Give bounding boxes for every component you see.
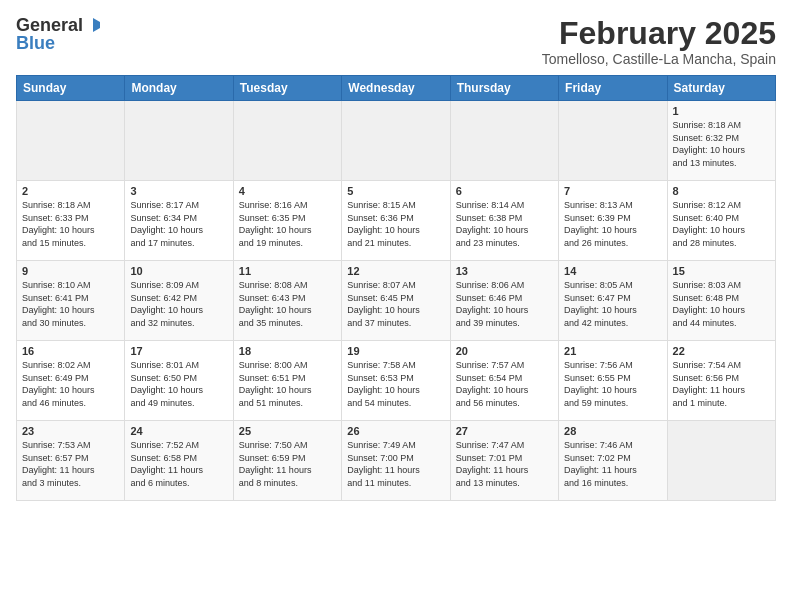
day-number: 7	[564, 185, 661, 197]
calendar-cell: 12Sunrise: 8:07 AM Sunset: 6:45 PM Dayli…	[342, 261, 450, 341]
day-number: 10	[130, 265, 227, 277]
calendar-cell: 19Sunrise: 7:58 AM Sunset: 6:53 PM Dayli…	[342, 341, 450, 421]
calendar-cell: 16Sunrise: 8:02 AM Sunset: 6:49 PM Dayli…	[17, 341, 125, 421]
calendar-cell: 9Sunrise: 8:10 AM Sunset: 6:41 PM Daylig…	[17, 261, 125, 341]
day-info: Sunrise: 8:18 AM Sunset: 6:32 PM Dayligh…	[673, 119, 770, 169]
day-number: 4	[239, 185, 336, 197]
calendar-table: SundayMondayTuesdayWednesdayThursdayFrid…	[16, 75, 776, 501]
day-number: 17	[130, 345, 227, 357]
day-number: 26	[347, 425, 444, 437]
calendar-cell: 10Sunrise: 8:09 AM Sunset: 6:42 PM Dayli…	[125, 261, 233, 341]
weekday-header: Sunday	[17, 76, 125, 101]
calendar-cell: 20Sunrise: 7:57 AM Sunset: 6:54 PM Dayli…	[450, 341, 558, 421]
calendar-cell	[667, 421, 775, 501]
calendar-cell: 25Sunrise: 7:50 AM Sunset: 6:59 PM Dayli…	[233, 421, 341, 501]
day-number: 8	[673, 185, 770, 197]
weekday-header: Tuesday	[233, 76, 341, 101]
day-info: Sunrise: 8:10 AM Sunset: 6:41 PM Dayligh…	[22, 279, 119, 329]
weekday-header: Monday	[125, 76, 233, 101]
logo-flag-icon	[85, 17, 101, 33]
day-number: 9	[22, 265, 119, 277]
calendar-cell: 13Sunrise: 8:06 AM Sunset: 6:46 PM Dayli…	[450, 261, 558, 341]
day-number: 15	[673, 265, 770, 277]
day-number: 28	[564, 425, 661, 437]
day-number: 12	[347, 265, 444, 277]
day-info: Sunrise: 8:01 AM Sunset: 6:50 PM Dayligh…	[130, 359, 227, 409]
calendar-cell: 15Sunrise: 8:03 AM Sunset: 6:48 PM Dayli…	[667, 261, 775, 341]
day-number: 21	[564, 345, 661, 357]
day-info: Sunrise: 8:14 AM Sunset: 6:38 PM Dayligh…	[456, 199, 553, 249]
calendar-cell	[17, 101, 125, 181]
day-info: Sunrise: 7:54 AM Sunset: 6:56 PM Dayligh…	[673, 359, 770, 409]
calendar-cell: 23Sunrise: 7:53 AM Sunset: 6:57 PM Dayli…	[17, 421, 125, 501]
day-info: Sunrise: 7:56 AM Sunset: 6:55 PM Dayligh…	[564, 359, 661, 409]
day-number: 11	[239, 265, 336, 277]
day-number: 22	[673, 345, 770, 357]
day-number: 5	[347, 185, 444, 197]
calendar-cell: 3Sunrise: 8:17 AM Sunset: 6:34 PM Daylig…	[125, 181, 233, 261]
calendar-week-row: 23Sunrise: 7:53 AM Sunset: 6:57 PM Dayli…	[17, 421, 776, 501]
day-info: Sunrise: 8:02 AM Sunset: 6:49 PM Dayligh…	[22, 359, 119, 409]
day-number: 13	[456, 265, 553, 277]
calendar-cell	[233, 101, 341, 181]
calendar-cell	[342, 101, 450, 181]
day-info: Sunrise: 8:12 AM Sunset: 6:40 PM Dayligh…	[673, 199, 770, 249]
day-info: Sunrise: 8:09 AM Sunset: 6:42 PM Dayligh…	[130, 279, 227, 329]
day-number: 23	[22, 425, 119, 437]
calendar-cell	[450, 101, 558, 181]
calendar-cell: 11Sunrise: 8:08 AM Sunset: 6:43 PM Dayli…	[233, 261, 341, 341]
weekday-header: Wednesday	[342, 76, 450, 101]
day-info: Sunrise: 8:07 AM Sunset: 6:45 PM Dayligh…	[347, 279, 444, 329]
day-info: Sunrise: 7:53 AM Sunset: 6:57 PM Dayligh…	[22, 439, 119, 489]
calendar-cell: 27Sunrise: 7:47 AM Sunset: 7:01 PM Dayli…	[450, 421, 558, 501]
day-number: 16	[22, 345, 119, 357]
day-info: Sunrise: 8:00 AM Sunset: 6:51 PM Dayligh…	[239, 359, 336, 409]
day-info: Sunrise: 8:16 AM Sunset: 6:35 PM Dayligh…	[239, 199, 336, 249]
day-info: Sunrise: 7:47 AM Sunset: 7:01 PM Dayligh…	[456, 439, 553, 489]
day-number: 2	[22, 185, 119, 197]
calendar-week-row: 2Sunrise: 8:18 AM Sunset: 6:33 PM Daylig…	[17, 181, 776, 261]
day-info: Sunrise: 7:57 AM Sunset: 6:54 PM Dayligh…	[456, 359, 553, 409]
day-info: Sunrise: 8:13 AM Sunset: 6:39 PM Dayligh…	[564, 199, 661, 249]
calendar-week-row: 1Sunrise: 8:18 AM Sunset: 6:32 PM Daylig…	[17, 101, 776, 181]
calendar-cell: 7Sunrise: 8:13 AM Sunset: 6:39 PM Daylig…	[559, 181, 667, 261]
calendar-cell: 26Sunrise: 7:49 AM Sunset: 7:00 PM Dayli…	[342, 421, 450, 501]
day-info: Sunrise: 8:18 AM Sunset: 6:33 PM Dayligh…	[22, 199, 119, 249]
weekday-header: Thursday	[450, 76, 558, 101]
calendar-cell	[125, 101, 233, 181]
day-number: 18	[239, 345, 336, 357]
calendar-week-row: 16Sunrise: 8:02 AM Sunset: 6:49 PM Dayli…	[17, 341, 776, 421]
calendar-cell: 24Sunrise: 7:52 AM Sunset: 6:58 PM Dayli…	[125, 421, 233, 501]
calendar-cell: 5Sunrise: 8:15 AM Sunset: 6:36 PM Daylig…	[342, 181, 450, 261]
day-number: 3	[130, 185, 227, 197]
calendar-cell: 28Sunrise: 7:46 AM Sunset: 7:02 PM Dayli…	[559, 421, 667, 501]
weekday-header: Friday	[559, 76, 667, 101]
calendar-cell: 17Sunrise: 8:01 AM Sunset: 6:50 PM Dayli…	[125, 341, 233, 421]
title-block: February 2025 Tomelloso, Castille-La Man…	[542, 16, 776, 67]
calendar-header-row: SundayMondayTuesdayWednesdayThursdayFrid…	[17, 76, 776, 101]
day-number: 6	[456, 185, 553, 197]
calendar-cell: 21Sunrise: 7:56 AM Sunset: 6:55 PM Dayli…	[559, 341, 667, 421]
calendar-cell: 2Sunrise: 8:18 AM Sunset: 6:33 PM Daylig…	[17, 181, 125, 261]
day-info: Sunrise: 7:58 AM Sunset: 6:53 PM Dayligh…	[347, 359, 444, 409]
weekday-header: Saturday	[667, 76, 775, 101]
day-number: 19	[347, 345, 444, 357]
month-title: February 2025	[542, 16, 776, 51]
day-number: 24	[130, 425, 227, 437]
calendar-cell: 22Sunrise: 7:54 AM Sunset: 6:56 PM Dayli…	[667, 341, 775, 421]
day-info: Sunrise: 8:17 AM Sunset: 6:34 PM Dayligh…	[130, 199, 227, 249]
calendar-cell	[559, 101, 667, 181]
calendar-body: 1Sunrise: 8:18 AM Sunset: 6:32 PM Daylig…	[17, 101, 776, 501]
calendar-cell: 4Sunrise: 8:16 AM Sunset: 6:35 PM Daylig…	[233, 181, 341, 261]
logo-blue-text: Blue	[16, 34, 55, 52]
day-info: Sunrise: 7:49 AM Sunset: 7:00 PM Dayligh…	[347, 439, 444, 489]
day-info: Sunrise: 8:06 AM Sunset: 6:46 PM Dayligh…	[456, 279, 553, 329]
day-number: 14	[564, 265, 661, 277]
day-info: Sunrise: 7:46 AM Sunset: 7:02 PM Dayligh…	[564, 439, 661, 489]
day-info: Sunrise: 8:15 AM Sunset: 6:36 PM Dayligh…	[347, 199, 444, 249]
day-number: 27	[456, 425, 553, 437]
calendar-cell: 6Sunrise: 8:14 AM Sunset: 6:38 PM Daylig…	[450, 181, 558, 261]
day-number: 1	[673, 105, 770, 117]
svg-marker-0	[93, 18, 100, 32]
day-number: 20	[456, 345, 553, 357]
